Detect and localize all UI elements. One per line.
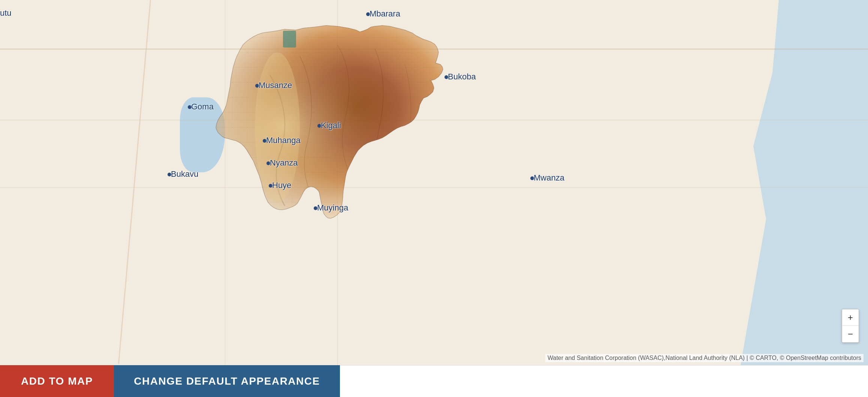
add-to-map-button[interactable]: ADD TO MAP xyxy=(0,365,114,397)
toolbar-rest xyxy=(340,365,868,397)
zoom-in-button[interactable]: + xyxy=(842,309,859,326)
map-attribution: Water and Sanitation Corporation (WASAC)… xyxy=(545,354,864,362)
rwanda-terrain xyxy=(0,0,868,365)
svg-point-7 xyxy=(255,52,300,202)
zoom-controls: + − xyxy=(842,309,859,343)
map-container: Mbarara Bukoba Musanze Goma Kigali Muhan… xyxy=(0,0,868,365)
zoom-out-button[interactable]: − xyxy=(842,326,859,342)
change-default-appearance-button[interactable]: CHANGE DEFAULT APPEARANCE xyxy=(114,365,340,397)
toolbar: ADD TO MAP CHANGE DEFAULT APPEARANCE xyxy=(0,365,868,397)
svg-rect-8 xyxy=(283,31,296,48)
